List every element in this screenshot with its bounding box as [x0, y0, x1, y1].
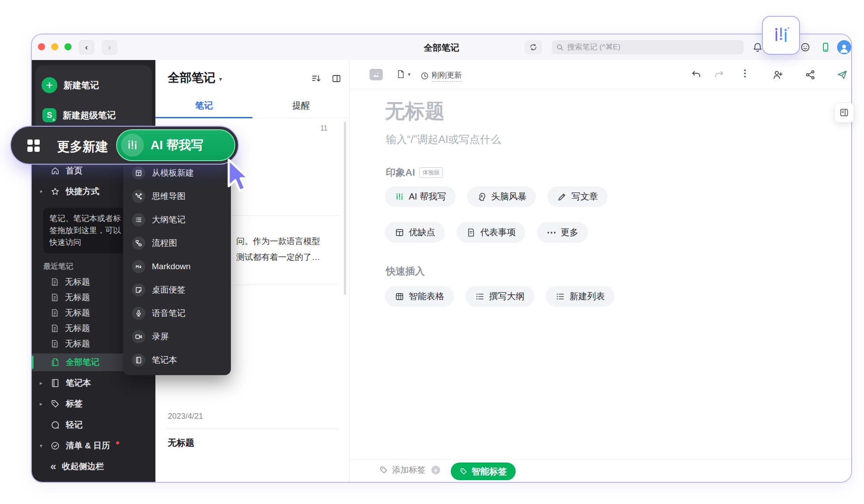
more-ai-button[interactable]: ⋯ 更多 [537, 222, 588, 243]
plus-icon[interactable]: + [431, 466, 440, 474]
menu-item-outline-note[interactable]: 大纲笔记 [123, 208, 231, 231]
tag-icon [50, 399, 60, 409]
search-input[interactable] [567, 43, 739, 52]
smart-tag-button[interactable]: 智能标签 [451, 463, 516, 480]
chevron-right-icon[interactable]: ▸ [40, 380, 42, 386]
chevron-right-icon[interactable]: ▸ [40, 401, 42, 407]
menu-item-label: 笔记本 [152, 354, 177, 366]
sort-icon[interactable] [311, 73, 321, 84]
note-snippet-line[interactable]: 问。作为一款语言模型 [236, 236, 342, 247]
flowchart-icon [132, 237, 145, 250]
menu-item-voice-note[interactable]: 语音笔记 [123, 301, 231, 325]
ai-write-button[interactable]: AI 帮我写 [385, 186, 456, 207]
close-window-button[interactable] [38, 43, 45, 50]
undo-icon[interactable] [691, 69, 702, 80]
support-icon[interactable] [800, 42, 811, 53]
sidebar-item-tags[interactable]: ▸ 标签 [32, 395, 155, 413]
note-type-button[interactable]: ▾ [396, 69, 411, 79]
ai-actions-row: 优缺点 代表事项 ⋯ 更多 [385, 222, 588, 243]
sticky-note-icon [132, 283, 145, 297]
send-icon[interactable] [837, 69, 848, 80]
notebooks-label: 笔记本 [66, 377, 91, 389]
tag-icon [379, 466, 388, 474]
editor-footer-divider [350, 459, 852, 459]
sidebar-item-qingji[interactable]: 轻记 [32, 416, 155, 434]
sidebar-item-checklist-calendar[interactable]: ▾ 清单 & 日历 [32, 437, 155, 455]
qingji-label: 轻记 [66, 419, 83, 431]
menu-item-label: 桌面便签 [152, 284, 185, 296]
chevron-down-icon[interactable]: ▾ [40, 443, 42, 449]
shortcuts-hint-tooltip: 笔记、笔记本或者标签拖放到这里，可以快速访问 [43, 208, 129, 253]
sidebar-item-notebooks[interactable]: ▸ 笔记本 [32, 374, 155, 392]
note-title-input[interactable]: 无标题 [385, 98, 445, 124]
avatar[interactable] [837, 40, 851, 54]
page-icon [396, 69, 406, 79]
pros-cons-button[interactable]: 优缺点 [385, 222, 445, 243]
star-icon [50, 187, 60, 196]
write-outline-button[interactable]: 撰写大纲 [465, 286, 534, 307]
menu-item-mindmap[interactable]: 思维导图 [123, 184, 231, 208]
search-icon [556, 44, 564, 51]
collapse-sidebar-button[interactable]: « 收起侧边栏 [32, 458, 155, 475]
nav-forward-button[interactable]: › [102, 40, 117, 55]
list-scrollbar[interactable] [344, 122, 346, 295]
cover-image-button[interactable] [370, 69, 383, 80]
last-updated-status[interactable]: 刚刚更新 [421, 70, 462, 82]
menu-item-markdown[interactable]: Markdown [123, 255, 231, 278]
layout-view-icon[interactable] [331, 73, 342, 84]
outline-panel-button[interactable] [834, 102, 854, 123]
note-item-title[interactable]: 无标题 [168, 437, 194, 449]
ai-assistant-float-button[interactable] [762, 16, 800, 55]
notifications-bell-icon[interactable] [752, 42, 763, 53]
tab-notes[interactable]: 笔记 [155, 94, 253, 118]
chevron-down-icon[interactable]: ▾ [40, 188, 42, 195]
todo-items-button[interactable]: 代表事项 [457, 222, 525, 243]
menu-item-screen-record[interactable]: 录屏 [123, 325, 231, 348]
write-article-button[interactable]: 写文章 [547, 186, 607, 207]
smart-table-button[interactable]: 智能表格 [385, 286, 454, 307]
checklist-calendar-label: 清单 & 日历 [66, 440, 110, 451]
note-date[interactable]: 2023/4/21 [168, 412, 203, 421]
search-bar[interactable] [552, 40, 743, 54]
new-list-button[interactable]: 新建列表 [546, 286, 615, 307]
redo-icon[interactable] [714, 69, 724, 80]
menu-item-sticky-note[interactable]: 桌面便签 [123, 278, 231, 301]
list-divider [166, 428, 339, 429]
note-body-placeholder[interactable]: 输入“/”调起AI或写点什么 [386, 132, 501, 147]
add-collaborator-icon[interactable] [772, 69, 783, 80]
tab-reminders[interactable]: 提醒 [253, 94, 350, 118]
note-icon [50, 324, 59, 333]
menu-item-notebook[interactable]: 笔记本 [123, 348, 231, 372]
minimize-window-button[interactable] [51, 43, 58, 50]
list-icon [475, 292, 485, 301]
ai-write-pill-button[interactable]: AI 帮我写 [116, 129, 235, 161]
recent-note-title: 无标题 [65, 307, 90, 319]
grid-icon [27, 139, 40, 152]
editor-toolbar: ▾ 刚刚更新 ⋮ [350, 60, 852, 89]
more-options-kebab-icon[interactable]: ⋮ [740, 68, 750, 79]
add-tag-button[interactable]: 添加标签 + [379, 464, 440, 476]
double-chevron-left-icon: « [50, 462, 56, 471]
brainstorm-button[interactable]: 头脑风暴 [467, 186, 536, 207]
editor-panel: ▾ 刚刚更新 ⋮ 无标题 输入“/”调起AI或写点什么 印象AI 体验版 AI … [350, 60, 852, 483]
menu-item-label: 从模板新建 [152, 167, 194, 179]
new-list-label: 新建列表 [570, 290, 605, 302]
note-snippet-line[interactable]: 测试都有着一定的了… [236, 252, 342, 263]
sync-button[interactable] [524, 40, 542, 54]
mobile-icon[interactable] [820, 42, 831, 53]
more-new-popup[interactable]: 更多新建 AI 帮我写 [10, 126, 239, 165]
nav-back-button[interactable]: ‹ [79, 40, 94, 55]
new-super-note-button[interactable]: S+ 新建超级笔记 [32, 105, 148, 125]
template-icon [132, 166, 145, 180]
menu-item-flowchart[interactable]: 流程图 [123, 231, 231, 255]
list-tabs: 笔记 提醒 [155, 94, 350, 118]
share-icon[interactable] [805, 69, 816, 80]
note-icon [50, 339, 59, 348]
list-header[interactable]: 全部笔记 ▾ [168, 70, 222, 86]
clock-icon [421, 72, 429, 80]
markdown-icon [132, 260, 145, 273]
new-note-button[interactable]: + 新建笔记 [32, 75, 148, 95]
zoom-window-button[interactable] [64, 43, 72, 50]
all-notes-icon [50, 357, 60, 367]
todo-items-label: 代表事项 [480, 226, 516, 238]
